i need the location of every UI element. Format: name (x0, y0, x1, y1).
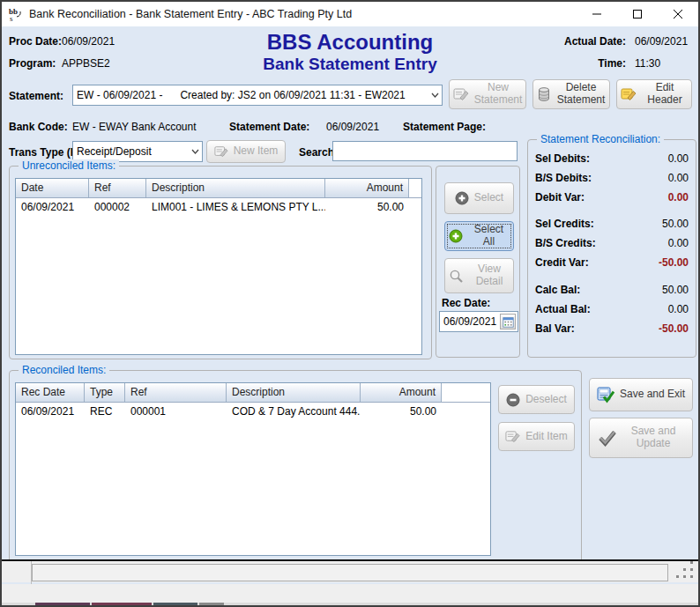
status-panel (32, 564, 668, 581)
recon-value: 0.00 (668, 191, 689, 207)
taskbar-sliver (2, 603, 698, 605)
taskbar-segment (92, 603, 152, 605)
title-bar: bb s Bank Reconciliation - Bank Statemen… (2, 2, 698, 26)
table-row[interactable]: 06/09/2021 000002 LIM001 - LIMES & LEMON… (16, 198, 421, 216)
column-header-amount[interactable]: Amount (325, 179, 409, 197)
edit-item-icon (505, 429, 520, 444)
rec-date-label: Rec Date: (442, 297, 490, 309)
unreconciled-group-label: Unreconciled Items: (19, 159, 119, 172)
edit-header-button[interactable]: Edit Header (616, 79, 692, 109)
new-item-button[interactable]: New Item (206, 140, 286, 163)
magnifier-icon (449, 269, 464, 284)
column-header-ref[interactable]: Ref (89, 179, 146, 197)
statement-select[interactable]: EW - 06/09/2021 - Created by: JS2 on 06/… (72, 85, 443, 106)
time-label: Time: (564, 57, 626, 70)
maximize-button[interactable] (617, 2, 658, 26)
table-row[interactable]: 06/09/2021 REC 000001 COD & 7 Day Accoun… (16, 403, 490, 420)
taskbar-segment (153, 603, 197, 605)
recon-row-credit-var: Credit Var: -50.00 (535, 256, 689, 272)
maximize-icon (632, 9, 643, 19)
delete-statement-icon (537, 86, 551, 102)
time-value: 11:30 (635, 57, 660, 70)
unreconciled-group: Unreconciled Items: Date Ref Description… (9, 166, 432, 359)
statement-page-label: Statement Page: (403, 121, 486, 133)
recon-value: 0.00 (668, 303, 689, 319)
cell-ref: 000001 (125, 405, 227, 418)
recon-value: 50.00 (662, 218, 689, 233)
recon-value: -50.00 (659, 256, 689, 272)
chevron-down-icon (428, 93, 442, 98)
recon-row-debit-var: Debit Var: 0.00 (535, 191, 689, 207)
window-controls (577, 2, 698, 26)
recon-label: B/S Debits: (535, 172, 592, 188)
edit-header-label: Edit Header (642, 82, 688, 107)
select-button[interactable]: Select (444, 182, 514, 214)
column-header-ref[interactable]: Ref (125, 383, 227, 402)
cell-type: REC (85, 405, 125, 418)
recon-label: Actual Bal: (535, 303, 591, 319)
plus-circle-icon (455, 191, 469, 205)
recon-row-sel-credits: Sel Credits: 50.00 (535, 218, 689, 233)
select-all-button[interactable]: Select All (444, 221, 514, 251)
column-header-description[interactable]: Description (227, 383, 361, 402)
view-detail-button[interactable]: View Detail (444, 258, 514, 293)
column-header-filler (442, 383, 490, 402)
plus-circle-green-icon (449, 229, 463, 243)
recon-label: Credit Var: (535, 256, 589, 272)
new-statement-button[interactable]: New Statement (449, 79, 526, 109)
view-detail-label: View Detail (469, 263, 510, 288)
column-header-description[interactable]: Description (146, 179, 325, 197)
save-and-update-button[interactable]: Save and Update (589, 418, 693, 458)
bank-code-value: EW - EWAY Bank Account (72, 121, 197, 133)
column-header-type[interactable]: Type (85, 383, 125, 402)
recon-row-calc-bal: Calc Bal: 50.00 (535, 284, 689, 300)
recon-label: Sel Credits: (535, 218, 594, 233)
save-and-exit-button[interactable]: Save and Exit (589, 378, 693, 411)
actual-date-label: Actual Date: (564, 35, 626, 48)
select-all-label: Select All (468, 224, 510, 248)
calendar-picker-button[interactable] (500, 314, 516, 329)
close-button[interactable] (658, 2, 698, 26)
deselect-button[interactable]: Deselect (498, 385, 575, 414)
reconciled-table-header: Rec Date Type Ref Description Amount (16, 383, 490, 403)
resize-grip[interactable] (690, 575, 693, 578)
recon-value: 50.00 (662, 284, 689, 300)
cell-ref: 000002 (89, 201, 146, 213)
save-exit-icon (597, 386, 614, 403)
app-icon: bb s (8, 6, 24, 22)
client-area: Proc Date: 06/09/2021 Program: APPBSE2 B… (2, 26, 698, 584)
recon-value: 0.00 (668, 172, 689, 188)
status-bar (2, 559, 698, 582)
reconciled-group-label: Reconciled Items: (19, 364, 109, 376)
close-icon (673, 9, 683, 19)
recon-label: B/S Credits: (535, 237, 596, 253)
minus-circle-icon (506, 393, 520, 407)
delete-statement-label: Delete Statement (556, 82, 606, 107)
unreconciled-table-header: Date Ref Description Amount (16, 179, 421, 198)
new-item-label: New Item (234, 145, 279, 158)
unreconciled-table[interactable]: Date Ref Description Amount 06/09/2021 0… (15, 178, 422, 355)
column-header-date[interactable]: Date (16, 179, 89, 197)
statement-date-value: 06/09/2021 (326, 121, 379, 133)
window-title: Bank Reconciliation - Bank Statement Ent… (29, 8, 352, 20)
edit-item-button[interactable]: Edit Item (498, 422, 575, 451)
bank-code-label: Bank Code: (9, 121, 68, 133)
save-update-icon (598, 429, 617, 447)
recon-label: Debit Var: (535, 191, 585, 207)
select-actions-panel: Select Select All View D (436, 166, 520, 358)
reconciled-group: Reconciled Items: Rec Date Type Ref Desc… (9, 370, 582, 566)
reconciliation-group-label: Statement Reconciliation: (537, 133, 664, 145)
delete-statement-button[interactable]: Delete Statement (532, 79, 610, 109)
reconciled-table[interactable]: Rec Date Type Ref Description Amount 06/… (15, 382, 491, 556)
column-header-amount[interactable]: Amount (361, 383, 442, 402)
cell-amount: 50.00 (361, 405, 442, 418)
taskbar-segment (35, 603, 90, 605)
search-input[interactable] (332, 141, 518, 161)
deselect-label: Deselect (525, 394, 567, 406)
column-header-rec-date[interactable]: Rec Date (16, 383, 85, 402)
cell-amount: 50.00 (325, 201, 409, 213)
minimize-button[interactable] (577, 2, 617, 26)
app-window: bb s Bank Reconciliation - Bank Statemen… (0, 0, 700, 607)
new-item-icon (214, 144, 228, 159)
recon-row-bs-debits: B/S Debits: 0.00 (535, 172, 689, 188)
